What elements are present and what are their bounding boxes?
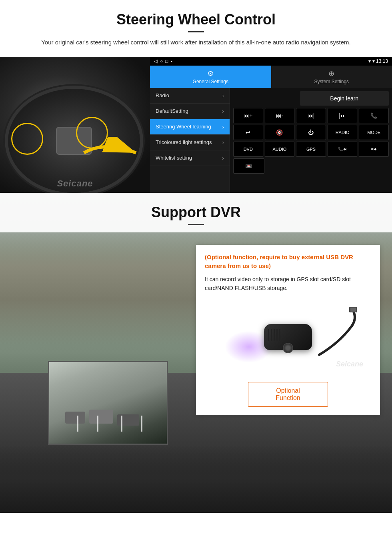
dvr-divider (188, 224, 204, 225)
section1-title: Steering Wheel Control (24, 11, 368, 28)
steering-wheel-arrow (80, 137, 144, 169)
wifi-icon: ▾ (372, 58, 375, 64)
menu-steering-label: Steering Wheel learning (156, 124, 211, 130)
menu-steering-arrow: › (222, 124, 224, 130)
menu-item-whitelist[interactable]: Whitelist setting › (150, 150, 230, 166)
road-marking-3 (121, 416, 122, 432)
menu-whitelist-label: Whitelist setting (156, 155, 192, 161)
ctrl-grid-row3: DVD AUDIO GPS 📞⏮ ✕⏭ (233, 142, 389, 157)
steering-wheel-section: Steering Wheel Control Your original car… (0, 0, 392, 193)
begin-learn-row: Begin learn (233, 91, 389, 106)
menu-item-steering-wheel[interactable]: Steering Wheel learning › (150, 119, 230, 135)
ctrl-dvd[interactable]: DVD (233, 142, 263, 157)
ctrl-phone-next[interactable]: ✕⏭ (359, 142, 389, 157)
road-marking-4 (141, 416, 142, 432)
android-menu: Radio › DefaultSetting › Steering Wheel … (150, 88, 230, 193)
section1-divider (188, 31, 204, 32)
android-panel: ◁ ○ □ ▪ ▾ ▾ 13:13 ⚙ General Settings (150, 57, 392, 193)
back-icon: ◁ (154, 58, 158, 64)
menu-default-label: DefaultSetting (156, 108, 188, 114)
ctrl-power[interactable]: ⏻ (296, 125, 326, 140)
android-controls-panel: Begin learn ⏮+ ⏭- ⏮| |⏭ 📞 ↩ 🔇 ⏻ (230, 88, 392, 193)
dvr-camera-image: Seicane (205, 299, 371, 375)
steering-wheel-image: Seicane (0, 57, 150, 193)
general-settings-icon: ⚙ (207, 69, 214, 78)
ctrl-radio[interactable]: RADIO (328, 125, 358, 140)
road-marking-2 (97, 416, 98, 432)
dvr-body-text: It can record video only to storage in G… (205, 275, 371, 293)
sw-highlight-left (11, 123, 43, 155)
begin-learn-button[interactable]: Begin learn (300, 91, 389, 106)
menu-item-defaultsetting[interactable]: DefaultSetting › (150, 104, 230, 119)
android-tabs: ⚙ General Settings ⊕ System Settings (150, 66, 392, 88)
camera-lens (283, 343, 293, 353)
statusbar-time: 13:13 (376, 58, 388, 64)
ctrl-vol-down[interactable]: ⏭- (265, 108, 295, 123)
ctrl-extra[interactable]: 📼 (233, 158, 264, 174)
android-content: Radio › DefaultSetting › Steering Wheel … (150, 88, 392, 193)
optional-function-button[interactable]: Optional Function (248, 382, 328, 407)
ctrl-grid-row4: 📼 (233, 158, 389, 174)
menu-item-tricoloured[interactable]: Tricoloured light settings › (150, 135, 230, 150)
ctrl-vol-up[interactable]: ⏮+ (233, 108, 263, 123)
ctrl-mode[interactable]: MODE (359, 125, 389, 140)
ctrl-hangup[interactable]: ↩ (233, 125, 263, 140)
menu-tricoloured-label: Tricoloured light settings (156, 139, 212, 145)
dvr-camera-body (264, 324, 312, 350)
ctrl-phone[interactable]: 📞 (359, 108, 389, 123)
system-settings-icon: ⊕ (328, 69, 334, 78)
camera-shape (264, 324, 312, 350)
dashboard-bar (0, 445, 392, 513)
statusbar-time-area: ▾ ▾ 13:13 (368, 58, 388, 64)
signal-icon: ▾ (368, 58, 371, 64)
tab-general-label: General Settings (193, 79, 228, 84)
home-icon: ○ (160, 58, 163, 64)
steering-wheel-demo: Seicane ◁ ○ □ ▪ ▾ ▾ 13:13 (0, 57, 392, 193)
ctrl-mute[interactable]: 🔇 (265, 125, 295, 140)
menu-radio-label: Radio (156, 92, 169, 98)
steering-wheel-bg: Seicane (0, 57, 150, 193)
menu-tricoloured-arrow: › (222, 139, 224, 146)
section1-header: Steering Wheel Control Your original car… (0, 0, 392, 51)
recents-icon: □ (165, 58, 168, 64)
dvr-screenshot-thumbnail (48, 361, 168, 445)
ctrl-prev-track[interactable]: ⏮| (296, 108, 326, 123)
ctrl-grid-row2: ↩ 🔇 ⏻ RADIO MODE (233, 125, 389, 140)
statusbar-icons: ◁ ○ □ ▪ (154, 58, 172, 64)
menu-radio-arrow: › (222, 92, 224, 99)
dvr-title-area: Support DVR (0, 193, 392, 232)
road-marking-1 (77, 416, 78, 432)
android-statusbar: ◁ ○ □ ▪ ▾ ▾ 13:13 (150, 57, 392, 66)
screenshot-icon: ▪ (171, 58, 172, 64)
menu-default-arrow: › (222, 108, 224, 114)
dvr-section: Support DVR (Optional function, require … (0, 193, 392, 513)
dvr-info-card: (Optional function, require to buy exter… (196, 245, 380, 415)
ctrl-audio[interactable]: AUDIO (265, 142, 295, 157)
menu-whitelist-arrow: › (222, 155, 224, 161)
ctrl-grid-row1: ⏮+ ⏭- ⏮| |⏭ 📞 (233, 108, 389, 123)
tab-system-settings[interactable]: ⊕ System Settings (271, 66, 392, 88)
menu-item-radio[interactable]: Radio › (150, 88, 230, 104)
dvr-optional-note: (Optional function, require to buy exter… (205, 253, 371, 271)
tab-system-label: System Settings (314, 79, 349, 84)
svg-rect-2 (350, 308, 356, 312)
tab-general-settings[interactable]: ⚙ General Settings (150, 66, 271, 88)
sw-watermark: Seicane (57, 178, 93, 189)
dvr-title: Support DVR (24, 204, 368, 221)
section1-subtitle: Your original car's steering wheel contr… (32, 38, 360, 47)
ctrl-phone-prev[interactable]: 📞⏮ (328, 142, 358, 157)
ctrl-next-track[interactable]: |⏭ (328, 108, 358, 123)
dvr-screenshot-inner (49, 362, 167, 444)
ctrl-gps[interactable]: GPS (296, 142, 326, 157)
